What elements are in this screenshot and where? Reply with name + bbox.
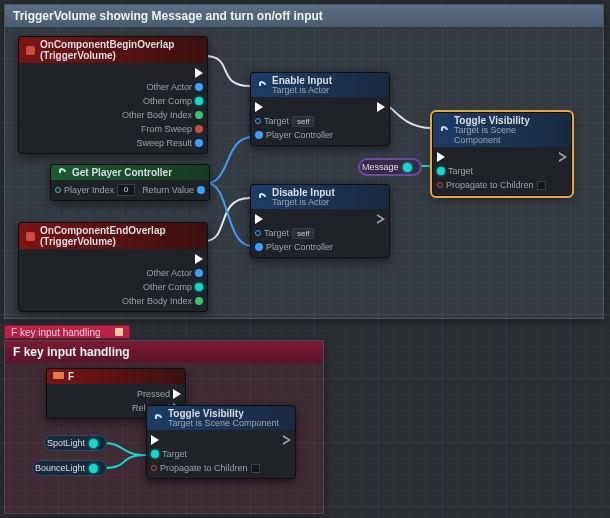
object-pin[interactable]: [255, 118, 261, 124]
pin-label: Other Actor: [146, 268, 192, 278]
variable-message[interactable]: Message: [358, 158, 422, 176]
node-header: Enable InputTarget is Actor: [251, 73, 389, 97]
node-subtitle: Target is Actor: [272, 85, 332, 95]
object-pin[interactable]: [255, 131, 263, 139]
comment-title: F key input handling: [5, 341, 323, 363]
pin-label: Propagate to Children: [160, 463, 248, 473]
node-toggle-visibility-bottom[interactable]: Toggle VisibilityTarget is Scene Compone…: [146, 405, 296, 479]
pin-label: Other Body Index: [122, 296, 192, 306]
node-header: Get Player Controller: [51, 165, 209, 180]
exec-out-pin[interactable]: [377, 214, 385, 224]
node-header: Toggle VisibilityTarget is Scene Compone…: [147, 406, 295, 430]
variable-spotlight[interactable]: SpotLight: [44, 435, 107, 451]
pin-label: Target: [162, 449, 187, 459]
int-pin[interactable]: [195, 297, 203, 305]
function-icon: [439, 125, 450, 136]
exec-out-pin[interactable]: [559, 152, 567, 162]
exec-out-pin[interactable]: [195, 254, 203, 264]
bool-pin[interactable]: [151, 465, 157, 471]
self-chip: self: [292, 228, 314, 239]
node-title: Get Player Controller: [72, 167, 172, 178]
function-icon: [257, 192, 268, 203]
object-pin[interactable]: [437, 167, 445, 175]
exec-out-pin[interactable]: [377, 102, 385, 112]
object-pin[interactable]: [151, 450, 159, 458]
function-icon: [57, 167, 68, 178]
object-pin[interactable]: [89, 464, 98, 473]
node-title: OnComponentBeginOverlap (TriggerVolume): [40, 39, 201, 61]
object-pin[interactable]: [403, 163, 412, 172]
propagate-checkbox[interactable]: [537, 181, 546, 190]
pin-label: Target: [448, 166, 473, 176]
pin-icon: [115, 328, 123, 336]
function-icon: [257, 80, 268, 91]
variable-label: Message: [362, 162, 399, 172]
pin-label: Other Body Index: [122, 110, 192, 120]
keyboard-icon: [53, 371, 64, 382]
bool-pin[interactable]: [195, 125, 203, 133]
object-pin[interactable]: [255, 243, 263, 251]
object-pin[interactable]: [195, 283, 203, 291]
node-header: OnComponentBeginOverlap (TriggerVolume): [19, 37, 207, 63]
svg-rect-2: [53, 372, 64, 379]
pin-label: Pressed: [137, 389, 170, 399]
node-header: OnComponentEndOverlap (TriggerVolume): [19, 223, 207, 249]
struct-pin[interactable]: [195, 139, 203, 147]
node-disable-input[interactable]: Disable InputTarget is Actor Targetself …: [250, 184, 390, 258]
node-get-player-controller[interactable]: Get Player Controller Player Index0 Retu…: [50, 164, 210, 201]
node-header: Disable InputTarget is Actor: [251, 185, 389, 209]
exec-in-pin[interactable]: [437, 152, 445, 162]
exec-out-pin[interactable]: [195, 68, 203, 78]
pin-label: Player Index: [64, 185, 114, 195]
exec-out-pin[interactable]: [173, 389, 181, 399]
event-icon: [25, 45, 36, 56]
object-pin[interactable]: [195, 269, 203, 277]
node-begin-overlap[interactable]: OnComponentBeginOverlap (TriggerVolume) …: [18, 36, 208, 154]
exec-in-pin[interactable]: [255, 214, 263, 224]
exec-in-pin[interactable]: [255, 102, 263, 112]
variable-label: BounceLight: [35, 463, 85, 473]
node-subtitle: Target is Scene Component: [168, 418, 279, 428]
pin-label: Target: [264, 228, 289, 238]
pin-label: Sweep Result: [136, 138, 192, 148]
pin-label: Player Controller: [266, 130, 333, 140]
propagate-checkbox[interactable]: [251, 464, 260, 473]
node-title: F: [68, 371, 74, 382]
node-enable-input[interactable]: Enable InputTarget is Actor Targetself P…: [250, 72, 390, 146]
node-subtitle: Target is Scene Component: [454, 125, 565, 145]
node-subtitle: Target is Actor: [272, 197, 335, 207]
node-toggle-visibility[interactable]: Toggle VisibilityTarget is Scene Compone…: [432, 112, 572, 196]
pin-label: Other Actor: [146, 82, 192, 92]
object-pin[interactable]: [195, 97, 203, 105]
node-title: OnComponentEndOverlap (TriggerVolume): [40, 225, 201, 247]
object-pin[interactable]: [197, 186, 205, 194]
variable-label: SpotLight: [47, 438, 85, 448]
pin-label: Target: [264, 116, 289, 126]
pin-label: Player Controller: [266, 242, 333, 252]
node-header: Toggle VisibilityTarget is Scene Compone…: [433, 113, 571, 147]
comment-title: TriggerVolume showing Message and turn o…: [5, 5, 603, 27]
function-icon: [153, 413, 164, 424]
pin-label: Return Value: [142, 185, 194, 195]
collapsed-comment-tab[interactable]: F key input handling: [4, 325, 130, 339]
bool-pin[interactable]: [437, 182, 443, 188]
node-header: F: [47, 369, 185, 384]
pin-label: Propagate to Children: [446, 180, 534, 190]
tab-label: F key input handling: [11, 327, 101, 338]
pin-label: Other Comp: [143, 282, 192, 292]
object-pin[interactable]: [89, 439, 98, 448]
variable-bouncelight[interactable]: BounceLight: [32, 460, 107, 476]
object-pin[interactable]: [255, 230, 261, 236]
player-index-input[interactable]: 0: [117, 184, 135, 196]
object-pin[interactable]: [195, 83, 203, 91]
exec-in-pin[interactable]: [151, 435, 159, 445]
exec-out-pin[interactable]: [283, 435, 291, 445]
pin-label: Other Comp: [143, 96, 192, 106]
svg-rect-1: [26, 232, 35, 241]
int-pin[interactable]: [55, 187, 61, 193]
int-pin[interactable]: [195, 111, 203, 119]
event-icon: [25, 231, 36, 242]
node-end-overlap[interactable]: OnComponentEndOverlap (TriggerVolume) Ot…: [18, 222, 208, 312]
self-chip: self: [292, 116, 314, 127]
pin-label: From Sweep: [141, 124, 192, 134]
